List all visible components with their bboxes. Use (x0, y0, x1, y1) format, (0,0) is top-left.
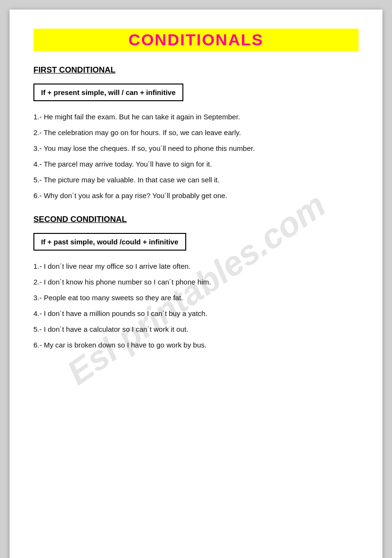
list-item: 6.- My car is broken down so I have to g… (33, 340, 359, 350)
first-conditional-section: FIRST CONDITIONAL If + present simple, w… (33, 65, 359, 200)
page-title: CONDITIONALS (33, 29, 359, 51)
list-item: 6.- Why don´t you ask for a pay rise? Yo… (33, 190, 359, 200)
list-item: 2.- The celebration may go on for hours.… (33, 127, 359, 137)
first-conditional-title: FIRST CONDITIONAL (33, 65, 359, 75)
first-conditional-formula: If + present simple, will / can + infini… (33, 84, 183, 101)
list-item: 1.- I don´t live near my office so I arr… (33, 261, 359, 271)
list-item: 3.- You may lose the cheques. If so, you… (33, 143, 359, 153)
list-item: 1.- He might fail the exam. But he can t… (33, 112, 359, 122)
list-item: 2.- I don´t know his phone number so I c… (33, 277, 359, 287)
list-item: 5.- The picture may be valuable. In that… (33, 175, 359, 185)
second-conditional-section: SECOND CONDITIONAL If + past simple, wou… (33, 215, 359, 350)
list-item: 4.- The parcel may arrive today. You´ll … (33, 159, 359, 169)
second-conditional-exercises: 1.- I don´t live near my office so I arr… (33, 261, 359, 350)
worksheet-page: Esl printables.com CONDITIONALS FIRST CO… (10, 10, 382, 558)
list-item: 3.- People eat too many sweets so they a… (33, 293, 359, 303)
list-item: 5.- I don´t have a calculator so I can´t… (33, 324, 359, 334)
second-conditional-formula: If + past simple, would /could + infinit… (33, 233, 186, 251)
second-conditional-title: SECOND CONDITIONAL (33, 215, 359, 224)
page-content: CONDITIONALS FIRST CONDITIONAL If + pres… (33, 29, 359, 350)
list-item: 4.- I don´t have a million pounds so I c… (33, 308, 359, 318)
first-conditional-exercises: 1.- He might fail the exam. But he can t… (33, 112, 359, 200)
